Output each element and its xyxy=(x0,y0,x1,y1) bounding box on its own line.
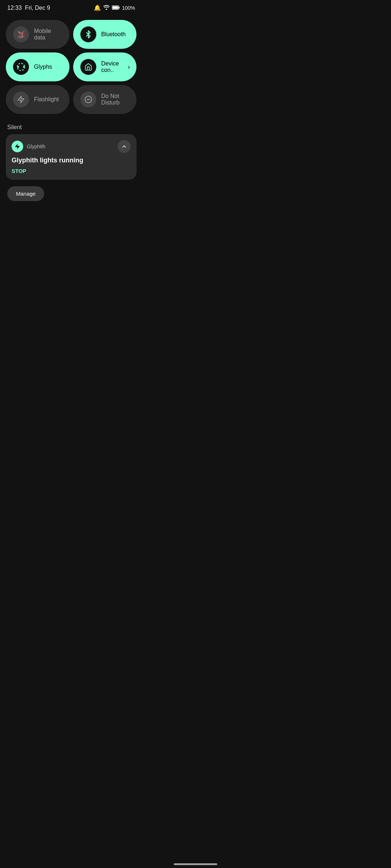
svg-point-0 xyxy=(106,9,107,10)
tile-do-not-disturb[interactable]: Do Not Disturb xyxy=(73,85,137,114)
notif-stop-button[interactable]: STOP xyxy=(12,168,131,174)
notif-header: Glyphith xyxy=(12,140,131,153)
manage-section: Manage xyxy=(0,180,142,208)
svg-point-8 xyxy=(17,66,19,68)
device-controls-label: Device con.. xyxy=(101,60,130,73)
notif-header-left: Glyphith xyxy=(12,141,45,152)
tile-glyphs[interactable]: Glyphs xyxy=(6,52,70,81)
battery-percentage: 100% xyxy=(122,5,135,11)
bluetooth-icon-circle xyxy=(80,26,96,42)
flashlight-icon-circle xyxy=(13,92,29,107)
tile-flashlight[interactable]: Flashlight xyxy=(6,85,70,114)
manage-button[interactable]: Manage xyxy=(7,186,44,201)
notification-card: Glyphith Glyphith lights running STOP xyxy=(6,134,136,180)
bluetooth-label: Bluetooth xyxy=(101,31,126,38)
battery-icon xyxy=(112,5,120,11)
notif-title: Glyphith lights running xyxy=(12,157,131,164)
svg-text:📵: 📵 xyxy=(18,31,25,38)
quick-settings-grid: 📵 Mobile data Bluetooth Glyphs xyxy=(0,14,142,117)
status-time: 12:33 Fri, Dec 9 xyxy=(7,5,50,11)
svg-marker-13 xyxy=(15,144,20,149)
mobile-data-icon-circle: 📵 xyxy=(13,26,29,42)
device-controls-chevron: › xyxy=(128,63,130,71)
tile-mobile-data[interactable]: 📵 Mobile data xyxy=(6,20,70,49)
status-bar: 12:33 Fri, Dec 9 🔔 100% xyxy=(0,0,142,14)
svg-rect-2 xyxy=(119,7,120,8)
tile-bluetooth[interactable]: Bluetooth xyxy=(73,20,137,49)
notif-collapse-button[interactable] xyxy=(118,140,131,153)
flashlight-label: Flashlight xyxy=(34,96,59,103)
notif-app-icon xyxy=(12,141,23,152)
alarm-icon: 🔔 xyxy=(94,4,101,11)
mobile-data-label: Mobile data xyxy=(34,28,62,41)
svg-marker-10 xyxy=(18,96,24,103)
dnd-label: Do Not Disturb xyxy=(101,93,130,106)
svg-point-9 xyxy=(23,66,25,68)
silent-label: Silent xyxy=(7,124,22,130)
glyphs-label: Glyphs xyxy=(34,64,52,70)
tile-device-controls[interactable]: Device con.. › xyxy=(73,52,137,81)
silent-section: Silent xyxy=(0,117,142,134)
wifi-icon xyxy=(103,5,110,11)
device-controls-icon-circle xyxy=(80,59,96,75)
svg-rect-3 xyxy=(113,6,118,9)
status-icons: 🔔 100% xyxy=(94,4,135,11)
glyphs-icon-circle xyxy=(13,59,29,75)
dnd-icon-circle xyxy=(80,92,96,107)
notif-app-name: Glyphith xyxy=(27,144,45,149)
